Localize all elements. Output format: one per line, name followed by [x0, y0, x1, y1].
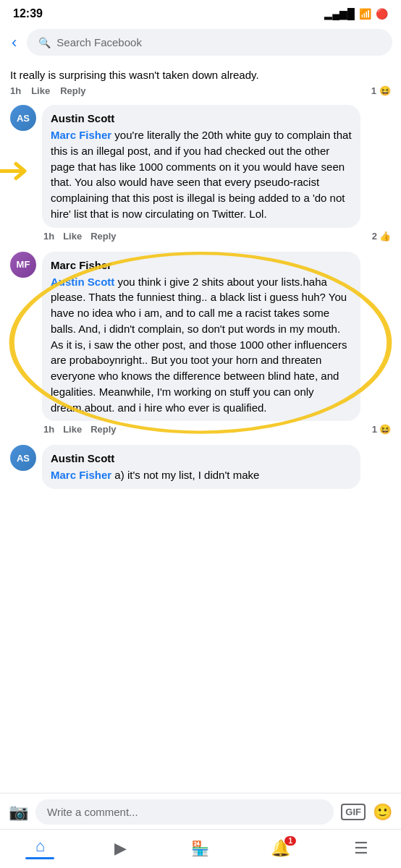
- yellow-arrow: [0, 153, 34, 192]
- austin-scott-bubble-1: Austin Scott Marc Fisher you're literall…: [42, 105, 360, 228]
- nav-marketplace[interactable]: 🏪: [179, 837, 222, 860]
- austin-scott-bubble-wrapper-2: Austin Scott Marc Fisher a) it's not my …: [42, 445, 391, 489]
- top-comment-reply[interactable]: Reply: [60, 85, 85, 96]
- austin-scott-comment-row-2: AS Austin Scott Marc Fisher a) it's not …: [0, 442, 401, 490]
- battery-icon: 🔴: [376, 8, 388, 20]
- marc-fisher-text: Austin Scott you think i give 2 shits ab…: [51, 276, 347, 414]
- austin-scott-reaction-emoji-1: 👍: [379, 231, 391, 242]
- comment-placeholder: Write a comment...: [47, 806, 138, 818]
- top-comment-like[interactable]: Like: [31, 85, 50, 96]
- partial-comment-text: It really is surprising this wasn't take…: [10, 69, 259, 81]
- marc-fisher-meta: 1h Like Reply 1 😆: [42, 424, 391, 435]
- video-icon: ▶: [114, 839, 127, 858]
- nav-video[interactable]: ▶: [98, 836, 142, 861]
- austin-scott-reaction-count-1: 2: [372, 231, 377, 242]
- comment-input[interactable]: Write a comment...: [35, 799, 334, 825]
- marc-fisher-reaction-emoji: 😆: [379, 424, 391, 435]
- signal-icon: ▂▄▆█: [324, 8, 355, 20]
- austin-scott-text-2: Marc Fisher a) it's not my list, I didn'…: [51, 469, 259, 481]
- austin-scott-mention-2[interactable]: Marc Fisher: [51, 469, 111, 481]
- search-placeholder: Search Facebook: [56, 36, 142, 48]
- austin-scott-text-1: Marc Fisher you're literally the 20th wh…: [51, 129, 352, 220]
- marc-fisher-avatar-initials: MF: [17, 259, 30, 270]
- marc-fisher-name[interactable]: Marc Fisher: [51, 258, 352, 273]
- austin-scott-avatar-1: AS: [10, 105, 36, 131]
- bottom-nav: ⌂ ▶ 🏪 🔔 1 ☰: [0, 829, 401, 868]
- austin-scott-mention-1[interactable]: Marc Fisher: [51, 129, 111, 141]
- camera-icon[interactable]: 📷: [9, 803, 28, 822]
- wifi-icon: 📶: [359, 8, 371, 20]
- austin-scott-avatar-2: AS: [10, 445, 36, 471]
- austin-scott-reply-1[interactable]: Reply: [90, 231, 116, 242]
- marc-fisher-avatar: MF: [10, 252, 36, 278]
- home-icon: ⌂: [35, 837, 45, 856]
- austin-scott-reactions-1: 2 👍: [372, 231, 391, 242]
- menu-icon: ☰: [354, 839, 368, 858]
- partial-top-comment: It really is surprising this wasn't take…: [0, 61, 401, 85]
- status-time: 12:39: [13, 7, 43, 20]
- austin-scott-comment-1-container: AS Austin Scott Marc Fisher you're liter…: [0, 102, 401, 243]
- comment-input-bar: 📷 Write a comment... GIF 🙂: [0, 793, 401, 830]
- austin-scott-time-1: 1h: [43, 231, 54, 242]
- comments-content: It really is surprising this wasn't take…: [0, 61, 401, 498]
- austin-scott-name-1[interactable]: Austin Scott: [51, 111, 352, 126]
- notification-count: 1: [284, 836, 296, 846]
- marc-fisher-mention[interactable]: Austin Scott: [51, 276, 114, 288]
- marketplace-icon: 🏪: [191, 840, 209, 857]
- top-comment-reaction-emoji: 😆: [379, 85, 391, 96]
- avatar-initials: AS: [17, 113, 30, 124]
- marc-fisher-reaction-count: 1: [372, 424, 377, 435]
- search-icon: 🔍: [38, 37, 51, 48]
- marc-fisher-comment-row: MF Marc Fisher Austin Scott you think i …: [0, 249, 401, 437]
- austin-scott-meta-1: 1h Like Reply 2 👍: [42, 231, 391, 242]
- top-comment-reaction-count: 1: [371, 85, 376, 96]
- austin-scott-bubble-wrapper-1: Austin Scott Marc Fisher you're literall…: [42, 105, 391, 242]
- marc-fisher-bubble-wrapper: Marc Fisher Austin Scott you think i giv…: [42, 252, 391, 435]
- nav-menu[interactable]: ☰: [339, 836, 383, 861]
- home-indicator: [25, 857, 54, 859]
- gif-button[interactable]: GIF: [341, 804, 366, 820]
- marc-fisher-bubble: Marc Fisher Austin Scott you think i giv…: [42, 252, 360, 422]
- top-comment-actions: 1h Like Reply 1 😆: [0, 85, 401, 102]
- marc-fisher-time: 1h: [43, 424, 54, 435]
- marc-fisher-reply[interactable]: Reply: [90, 424, 116, 435]
- search-bar-row: ‹ 🔍 Search Facebook: [0, 25, 401, 61]
- notification-badge-container: 🔔 1: [271, 839, 290, 858]
- top-comment-time: 1h: [10, 85, 21, 96]
- status-bar: 12:39 ▂▄▆█ 📶 🔴: [0, 0, 401, 25]
- back-button[interactable]: ‹: [9, 32, 20, 54]
- search-bar[interactable]: 🔍 Search Facebook: [27, 29, 392, 56]
- nav-notifications[interactable]: 🔔 1: [259, 836, 303, 861]
- nav-home[interactable]: ⌂: [18, 834, 62, 862]
- marc-fisher-like[interactable]: Like: [63, 424, 82, 435]
- top-comment-reactions: 1 😆: [371, 85, 391, 96]
- austin-scott-comment-row-1: AS Austin Scott Marc Fisher you're liter…: [0, 102, 401, 243]
- avatar-initials-2: AS: [17, 453, 30, 464]
- marc-fisher-comment-container: MF Marc Fisher Austin Scott you think i …: [0, 249, 401, 437]
- status-icons: ▂▄▆█ 📶 🔴: [324, 8, 388, 20]
- marc-fisher-reactions: 1 😆: [372, 424, 391, 435]
- austin-scott-name-2[interactable]: Austin Scott: [51, 451, 352, 466]
- austin-scott-like-1[interactable]: Like: [63, 231, 82, 242]
- austin-scott-bubble-2: Austin Scott Marc Fisher a) it's not my …: [42, 445, 360, 489]
- emoji-button[interactable]: 🙂: [373, 803, 392, 822]
